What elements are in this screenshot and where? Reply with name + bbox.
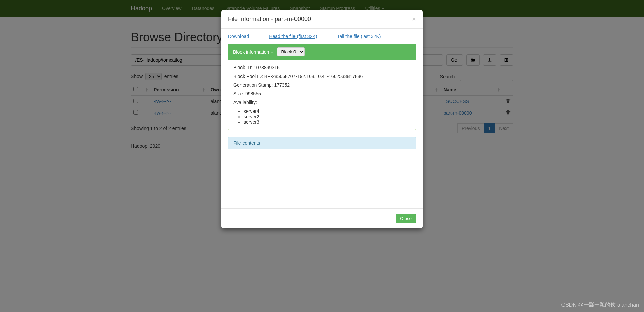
block-id: Block ID: 1073899316 [233,65,411,70]
file-contents-header: File contents [228,137,416,149]
availability-item: server3 [244,119,411,125]
block-panel-header: Block information -- Block 0 [228,44,416,60]
block-panel: Block information -- Block 0 Block ID: 1… [228,44,416,130]
modal-header: File information - part-m-00000 × [221,10,423,29]
modal-title: File information - part-m-00000 [228,16,311,23]
availability-item: server4 [244,108,411,114]
block-panel-body: Block ID: 1073899316 Block Pool ID: BP-2… [228,60,416,130]
file-contents-panel: File contents [228,137,416,149]
availability-list: server4 server2 server3 [244,108,411,125]
file-info-modal: File information - part-m-00000 × Downlo… [221,10,423,149]
modal-overlay[interactable]: File information - part-m-00000 × Downlo… [0,0,644,149]
generation-stamp: Generation Stamp: 177352 [233,82,411,88]
modal-body: Download Head the file (first 32K) Tail … [221,29,423,149]
block-size: Size: 998555 [233,91,411,96]
head-file-link[interactable]: Head the file (first 32K) [269,34,317,39]
block-select[interactable]: Block 0 [277,47,305,56]
availability-item: server2 [244,114,411,119]
block-pool-id: Block Pool ID: BP-285668707-192.168.10.4… [233,74,411,79]
availability-label: Availability: [233,100,411,105]
download-link[interactable]: Download [228,34,249,39]
file-links: Download Head the file (first 32K) Tail … [228,34,416,39]
block-info-label: Block information -- [233,49,274,55]
close-icon[interactable]: × [412,15,416,23]
tail-file-link[interactable]: Tail the file (last 32K) [337,34,381,39]
